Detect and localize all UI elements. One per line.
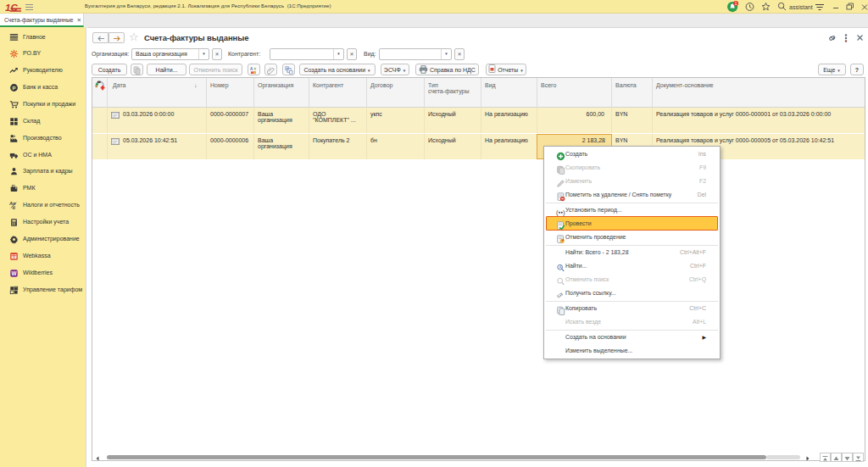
svg-text:Р: Р — [12, 86, 15, 91]
svg-text:(: ( — [556, 208, 559, 216]
svg-text:А: А — [250, 67, 253, 71]
svg-text:W: W — [11, 270, 16, 276]
svg-text:т: т — [253, 67, 256, 71]
svg-text:1: 1 — [735, 2, 737, 6]
